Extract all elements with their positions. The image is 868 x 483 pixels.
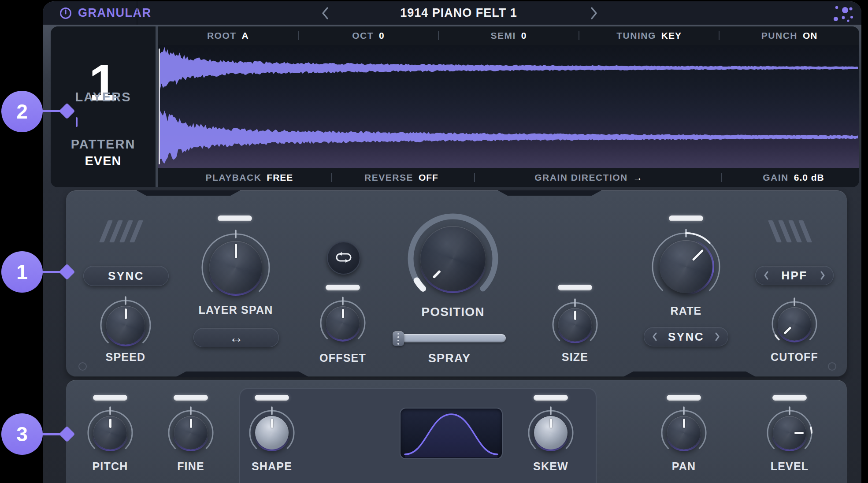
chevron-right-icon[interactable]	[820, 271, 825, 280]
pitch-knob[interactable]	[83, 405, 137, 460]
led-indicator	[534, 395, 568, 401]
grain-direction-label: GRAIN DIRECTION	[534, 172, 628, 183]
led-indicator	[93, 395, 127, 401]
loop-button[interactable]	[327, 241, 360, 275]
filter-mode-value: HPF	[781, 269, 808, 282]
gain-value: 6.0 dB	[794, 172, 824, 183]
root-setting[interactable]: ROOT A	[158, 30, 298, 41]
chevron-left-icon[interactable]	[764, 271, 769, 280]
punch-value: ON	[803, 30, 818, 41]
gain-label: GAIN	[763, 172, 789, 183]
tuning-setting[interactable]: TUNING KEY	[579, 30, 719, 41]
reverse-label: REVERSE	[364, 172, 413, 183]
chevron-right-icon[interactable]	[715, 332, 720, 341]
panel-notch	[176, 372, 308, 377]
pattern-value[interactable]: EVEN	[85, 154, 122, 168]
cutoff-label: CUTOFF	[771, 351, 818, 364]
oct-setting[interactable]: OCT 0	[299, 30, 438, 41]
speed-sync-button[interactable]: SYNC	[83, 266, 169, 286]
cutoff-knob[interactable]	[767, 297, 822, 351]
led-indicator	[255, 395, 289, 401]
reverse-setting[interactable]: REVERSE OFF	[364, 172, 438, 183]
semi-value: 0	[521, 30, 527, 41]
filter-mode-selector[interactable]: HPF	[755, 266, 834, 285]
rate-knob[interactable]	[647, 228, 725, 305]
punch-label: PUNCH	[761, 30, 798, 41]
size-knob[interactable]	[548, 297, 602, 352]
rate-mode-selector[interactable]: SYNC	[644, 327, 728, 346]
led-indicator	[218, 215, 252, 221]
position-label: POSITION	[421, 305, 484, 319]
gain-setting[interactable]: GAIN 6.0 dB	[763, 172, 824, 183]
led-indicator	[326, 285, 360, 290]
preset-name[interactable]: 1914 PIANO FELT 1	[400, 1, 517, 25]
playhead-line	[159, 48, 160, 164]
level-label: LEVEL	[771, 460, 809, 473]
knob-indicator	[534, 416, 568, 450]
rate-mode-value: SYNC	[668, 330, 704, 344]
voice-controls-panel: PITCH FINE SHAPE SKEW PAN LEVEL	[66, 380, 847, 483]
root-value: A	[242, 30, 249, 41]
knob-indicator	[209, 241, 262, 294]
layer-span-knob[interactable]	[197, 229, 274, 306]
fine-label: FINE	[177, 460, 204, 473]
spray-label: SPRAY	[428, 352, 471, 365]
fine-knob[interactable]	[163, 405, 218, 460]
header-divider	[137, 1, 137, 25]
pan-knob[interactable]	[657, 405, 711, 460]
sample-settings-row: ROOT A OCT 0 SEMI 0 TUNING KEY PUNCH O	[158, 26, 859, 45]
layer-span-label: LAYER SPAN	[199, 304, 273, 316]
waveform-panel: 1 LAYERS PATTERN EVEN ROOT A OCT 0 SEMI …	[51, 26, 859, 187]
speed-label: SPEED	[106, 351, 146, 364]
skew-knob[interactable]	[523, 405, 578, 460]
offset-knob[interactable]	[315, 296, 370, 350]
waveform-display[interactable]	[158, 45, 859, 168]
pan-label: PAN	[672, 460, 696, 473]
power-icon[interactable]	[59, 6, 73, 20]
callout-3-badge: 3	[1, 413, 43, 455]
grain-direction-setting[interactable]: GRAIN DIRECTION →	[534, 172, 643, 183]
playback-setting[interactable]: PLAYBACK FREE	[206, 172, 293, 183]
preset-next-icon[interactable]	[590, 7, 598, 20]
playback-label: PLAYBACK	[206, 172, 262, 183]
granular-dots-icon[interactable]	[831, 4, 853, 23]
knob-indicator	[255, 416, 289, 450]
skew-label: SKEW	[533, 460, 568, 473]
pattern-label: PATTERN	[71, 137, 136, 152]
size-label: SIZE	[562, 351, 588, 364]
chevron-left-icon[interactable]	[652, 332, 657, 341]
screw-icon	[828, 362, 836, 371]
panel-notch	[498, 190, 601, 196]
knob-indicator	[106, 306, 145, 345]
playback-value: FREE	[267, 172, 293, 183]
root-label: ROOT	[207, 30, 237, 41]
spray-slider[interactable]	[393, 334, 506, 342]
callout-1-badge: 1	[1, 251, 43, 293]
position-knob[interactable]	[405, 211, 501, 306]
divider	[331, 173, 332, 182]
level-knob[interactable]	[762, 405, 817, 460]
led-indicator	[667, 395, 701, 401]
led-indicator	[669, 215, 703, 221]
waveform-graphic	[158, 45, 859, 168]
led-indicator	[174, 395, 208, 401]
punch-setting[interactable]: PUNCH ON	[720, 30, 859, 41]
preset-prev-icon[interactable]	[321, 7, 329, 20]
tuning-value: KEY	[661, 30, 682, 41]
speed-knob[interactable]	[96, 295, 156, 355]
led-indicator	[772, 395, 807, 401]
semi-setting[interactable]: SEMI 0	[439, 30, 579, 41]
divider	[474, 173, 475, 182]
layer-span-mode-button[interactable]: ↔	[193, 328, 279, 347]
panel-notch	[623, 372, 756, 377]
reverse-value: OFF	[419, 172, 438, 183]
waveform-area: ROOT A OCT 0 SEMI 0 TUNING KEY PUNCH O	[158, 26, 859, 187]
spray-slider-handle[interactable]	[393, 331, 404, 346]
loop-icon	[334, 252, 353, 264]
knob-indicator	[93, 416, 127, 450]
slashes-left-icon	[104, 220, 139, 242]
divider	[721, 173, 722, 182]
shape-knob[interactable]	[245, 405, 299, 460]
screw-icon	[78, 362, 87, 371]
oct-label: OCT	[352, 30, 374, 41]
